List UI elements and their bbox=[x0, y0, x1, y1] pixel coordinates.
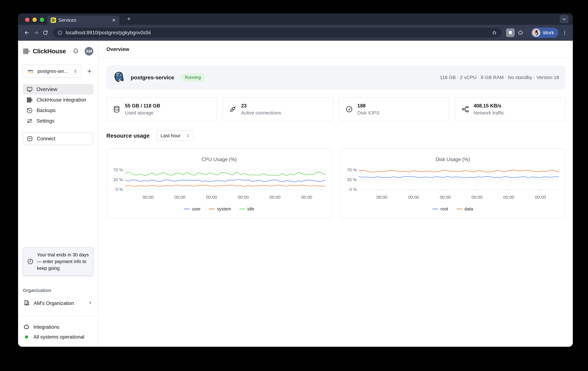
profile-avatar bbox=[532, 29, 540, 37]
shield-icon bbox=[508, 30, 513, 35]
puzzle-icon bbox=[518, 30, 523, 35]
clock-icon bbox=[27, 258, 34, 265]
bookmark-star-icon[interactable] bbox=[492, 30, 497, 35]
address-bar[interactable]: localhost:8910/postgres/pgkybgnv0s5ii bbox=[53, 28, 502, 38]
stat-label: Network traffic bbox=[473, 110, 504, 116]
extensions-button[interactable] bbox=[516, 28, 525, 37]
svg-text:70 %: 70 % bbox=[347, 168, 357, 172]
browser-profile-button[interactable]: Work bbox=[531, 28, 558, 38]
profile-name: Work bbox=[543, 30, 554, 35]
svg-text:0 %: 0 % bbox=[349, 187, 357, 192]
organization-switcher[interactable]: AM's Organization bbox=[23, 300, 93, 307]
svg-text:35 %: 35 % bbox=[347, 177, 357, 182]
legend-item-root: root bbox=[432, 206, 448, 211]
tab-services[interactable]: Services ✕ bbox=[47, 16, 119, 25]
system-status-link[interactable]: All systems operational bbox=[23, 332, 93, 342]
stat-card-disk-iops: 188Disk IOPS bbox=[339, 97, 449, 121]
puzzle-icon bbox=[23, 324, 30, 330]
svg-text:00:00: 00:00 bbox=[472, 195, 483, 200]
monitor-icon bbox=[26, 86, 33, 93]
kebab-menu-icon bbox=[562, 30, 567, 35]
aws-logo-icon: aws bbox=[27, 69, 35, 74]
legend-item-data: data bbox=[456, 206, 473, 211]
backup-history-icon bbox=[26, 107, 33, 114]
maximize-window-button[interactable] bbox=[40, 18, 44, 22]
time-range-select[interactable]: Last hour bbox=[157, 130, 194, 141]
new-tab-button[interactable]: + bbox=[126, 16, 132, 23]
site-info-icon[interactable] bbox=[57, 30, 63, 35]
stat-card-active-connections: 23Active connections bbox=[223, 97, 333, 121]
connections-icon bbox=[229, 105, 237, 113]
app-content: ClickHouse AM aws postgres-ser... bbox=[18, 41, 573, 347]
minimize-window-button[interactable] bbox=[32, 18, 37, 22]
status-badge: Running bbox=[180, 73, 205, 82]
browser-menu-button[interactable] bbox=[561, 28, 569, 37]
svg-text:00:00: 00:00 bbox=[206, 195, 217, 200]
plus-icon bbox=[87, 68, 92, 74]
chart-plot: 0 %35 %70 %00:0000:0000:0000:0000:0000:0… bbox=[111, 165, 328, 202]
sidebar-item-backups[interactable]: Backups bbox=[23, 105, 93, 116]
sidebar-item-label: Settings bbox=[37, 118, 54, 124]
network-icon bbox=[462, 105, 469, 113]
svg-text:00:00: 00:00 bbox=[376, 195, 387, 200]
svg-text:00:00: 00:00 bbox=[270, 195, 281, 200]
sidebar: ClickHouse AM aws postgres-ser... bbox=[18, 41, 98, 347]
integrations-link[interactable]: Integrations bbox=[23, 322, 93, 332]
reload-button[interactable] bbox=[41, 28, 50, 37]
sidebar-item-settings[interactable]: Settings bbox=[23, 116, 93, 126]
password-manager-extension-button[interactable] bbox=[506, 28, 515, 37]
url-text: localhost:8910/postgres/pgkybgnv0s5ii bbox=[66, 30, 488, 36]
service-specs: 118 GB · 2 vCPU · 8 GB RAM · No standby … bbox=[440, 75, 559, 80]
forward-arrow-icon bbox=[33, 30, 39, 36]
chart-title: CPU Usage (%) bbox=[111, 157, 328, 162]
stat-value: 23 bbox=[241, 103, 281, 109]
organization-section-label: Organization bbox=[23, 288, 93, 293]
close-window-button[interactable] bbox=[25, 18, 29, 22]
chart-legend: rootdata bbox=[344, 206, 561, 211]
forward-button[interactable] bbox=[32, 28, 41, 37]
clickhouse-favicon-icon bbox=[51, 18, 56, 23]
clickhouse-logo-icon bbox=[23, 48, 30, 55]
tab-close-icon[interactable]: ✕ bbox=[112, 18, 116, 23]
legend-swatch bbox=[456, 209, 462, 209]
sidebar-item-label: ClickHouse integration bbox=[37, 97, 86, 103]
chart-title: Disk Usage (%) bbox=[344, 157, 561, 162]
system-status-text: All systems operational bbox=[33, 334, 84, 340]
penguin-avatar-icon bbox=[532, 29, 540, 37]
sidebar-item-label: Overview bbox=[37, 87, 57, 92]
legend-swatch bbox=[239, 209, 245, 209]
building-icon bbox=[23, 300, 30, 307]
bell-icon bbox=[73, 48, 79, 54]
stat-card-network-traffic: 408.15 KB/sNetwork traffic bbox=[455, 97, 566, 121]
chart-card-0: CPU Usage (%)0 %35 %70 %00:0000:0000:000… bbox=[106, 148, 332, 218]
sliders-icon bbox=[26, 118, 33, 124]
postgresql-logo-icon bbox=[113, 71, 126, 84]
legend-swatch bbox=[432, 209, 438, 209]
tab-search-chevron-button[interactable] bbox=[560, 15, 569, 23]
legend-item-system: system bbox=[209, 206, 231, 211]
chevron-down-icon bbox=[562, 17, 567, 21]
legend-item-user: user bbox=[184, 206, 200, 211]
brand-name: ClickHouse bbox=[33, 48, 70, 55]
toolbar-divider bbox=[528, 29, 528, 36]
chart-plot: 0 %35 %70 %00:0000:0000:0000:0000:0000:0… bbox=[344, 165, 561, 202]
chevron-right-icon bbox=[88, 300, 93, 306]
stats-row: 55 GB / 118 GBUsed storage23Active conne… bbox=[106, 97, 566, 121]
back-button[interactable] bbox=[22, 28, 32, 37]
time-range-value: Last hour bbox=[160, 133, 180, 138]
trial-notice: Your trial ends in 30 days — enter payme… bbox=[23, 247, 93, 276]
add-service-button[interactable] bbox=[86, 67, 93, 75]
chevron-updown-icon bbox=[73, 69, 78, 73]
connect-button[interactable]: Connect bbox=[23, 132, 93, 145]
notifications-button[interactable] bbox=[73, 48, 79, 54]
user-avatar[interactable]: AM bbox=[85, 47, 93, 56]
service-selector[interactable]: aws postgres-ser... bbox=[23, 65, 82, 78]
clickhouse-bars-icon bbox=[26, 97, 33, 103]
connect-label: Connect bbox=[37, 136, 55, 142]
svg-text:00:00: 00:00 bbox=[174, 195, 185, 200]
sidebar-item-clickhouse-integration[interactable]: ClickHouse integration bbox=[23, 95, 93, 105]
sidebar-item-overview[interactable]: Overview bbox=[23, 84, 93, 95]
svg-text:70 %: 70 % bbox=[113, 168, 123, 172]
page-title: Overview bbox=[106, 46, 129, 52]
svg-text:00:00: 00:00 bbox=[238, 195, 249, 200]
